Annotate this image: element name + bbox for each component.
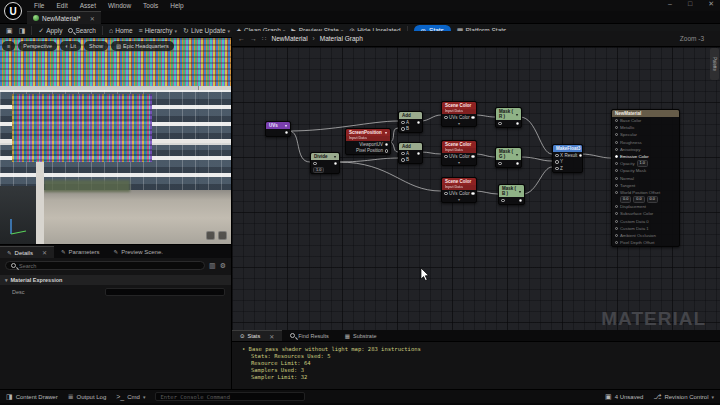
lit-mode-button[interactable]: ◐ Lit <box>60 41 81 51</box>
node-uvs[interactable]: UVs▾ <box>265 121 291 137</box>
pin-value-box[interactable]: 0.0 <box>633 196 644 203</box>
node-scene-color-3[interactable]: Scene ColorInput DataUVsColor▾ <box>441 177 477 203</box>
palette-side-tab[interactable]: Palette <box>710 48 719 80</box>
tab-stats[interactable]: ⊙ Stats ✕ <box>232 330 282 341</box>
node-pin[interactable] <box>615 148 618 151</box>
back-arrow-icon[interactable]: ← <box>238 35 245 42</box>
result-pin-opacity-mask[interactable]: Opacity Mask <box>612 167 679 174</box>
tab-parameters[interactable]: ✎ Parameters <box>54 246 107 258</box>
menu-item-asset[interactable]: Asset <box>74 0 102 11</box>
preview-viewport[interactable]: ≡ Perspective ◐ Lit Show ▨ Epic Headquar… <box>0 38 232 244</box>
content-drawer-button[interactable]: ◨ Content Drawer <box>6 393 58 401</box>
node-pin[interactable] <box>444 116 448 120</box>
node-pin[interactable] <box>615 227 618 230</box>
result-pin-roughness[interactable]: Roughness <box>612 139 679 146</box>
node-pin[interactable] <box>519 199 523 203</box>
node-scene-color-1[interactable]: Scene ColorInput DataUVsColor▾ <box>441 101 477 127</box>
breadcrumb-section[interactable]: Material Graph <box>320 35 363 42</box>
unsaved-button[interactable]: ▣ 4 Unsaved <box>605 393 643 401</box>
result-pin-base-color[interactable]: Base Color <box>612 117 679 124</box>
node-add-1[interactable]: AddAB <box>398 111 423 133</box>
node-pin[interactable] <box>615 162 618 165</box>
node-pin[interactable] <box>417 152 421 156</box>
gear-icon[interactable]: ⚙ <box>220 262 226 270</box>
show-button[interactable]: Show <box>84 41 108 51</box>
node-pin[interactable] <box>444 192 448 196</box>
perspective-button[interactable]: Perspective <box>18 41 57 51</box>
tab-substrate[interactable]: ▦ Substrate <box>337 330 385 341</box>
node-pin[interactable] <box>615 205 618 208</box>
result-pin-tangent[interactable]: Tangent <box>612 182 679 189</box>
result-pin-ambient-occlusion[interactable]: Ambient Occlusion <box>612 232 679 239</box>
console-command-input[interactable]: Enter Console Command <box>155 392 305 401</box>
result-pin-anisotropy[interactable]: Anisotropy <box>612 146 679 153</box>
window-maximize-button[interactable]: □ <box>688 0 692 8</box>
node-pin[interactable] <box>615 133 618 136</box>
node-divide[interactable]: Divide▾1.0 <box>310 152 340 174</box>
window-minimize-button[interactable]: – <box>668 0 672 8</box>
node-pin[interactable] <box>555 167 559 171</box>
breadcrumb-asset[interactable]: NewMaterial <box>271 35 307 42</box>
node-pin[interactable] <box>615 155 618 158</box>
node-pin[interactable] <box>285 131 289 135</box>
node-pin[interactable] <box>471 192 475 196</box>
apply-button[interactable]: ✓ Apply <box>38 27 62 35</box>
node-pin[interactable] <box>615 220 618 223</box>
node-pin[interactable] <box>498 162 502 166</box>
menu-item-help[interactable]: Help <box>164 0 189 11</box>
browse-icon[interactable]: ◨ <box>19 27 26 35</box>
pin-value-box[interactable]: 0.0 <box>620 196 631 203</box>
tab-find-results[interactable]: Find Results <box>282 330 337 341</box>
node-pin[interactable] <box>615 184 618 187</box>
live-update-button[interactable]: ↻ Live Update ▾ <box>183 27 230 35</box>
result-pin-specular[interactable]: Specular <box>612 131 679 138</box>
hierarchy-button[interactable]: ≡ Hierarchy ▾ <box>139 27 177 34</box>
unreal-engine-logo[interactable]: U <box>4 2 22 20</box>
save-icon[interactable]: ▣ <box>6 27 13 35</box>
pin-value-box[interactable]: 1.0 <box>637 160 648 167</box>
pin-value-box[interactable]: 0.0 <box>647 196 658 203</box>
node-pin[interactable] <box>615 126 618 129</box>
result-pin-custom-data-1[interactable]: Custom Data 1 <box>612 225 679 232</box>
node-pin[interactable] <box>615 177 618 180</box>
node-pin[interactable] <box>555 160 559 164</box>
node-pin[interactable] <box>401 158 405 162</box>
result-pin-subsurface-color[interactable]: Subsurface Color <box>612 210 679 217</box>
result-pin-world-position-offset[interactable]: World Position Offset <box>612 189 679 196</box>
node-pin[interactable] <box>516 162 520 166</box>
revision-control-button[interactable]: ⎇ Revision Control ▾ <box>653 393 714 401</box>
node-pin[interactable] <box>579 154 583 158</box>
category-material-expression[interactable]: ▾ Material Expression <box>0 275 231 285</box>
node-pin[interactable] <box>615 141 618 144</box>
menu-item-window[interactable]: Window <box>102 0 137 11</box>
filter-icon[interactable]: ▥ <box>209 262 216 270</box>
node-pin[interactable] <box>498 122 502 126</box>
viewport-menu-button[interactable]: ≡ <box>2 41 15 51</box>
node-pin[interactable] <box>471 116 475 120</box>
node-pin[interactable] <box>385 143 389 147</box>
output-log-button[interactable]: ≣ Output Log <box>68 393 107 401</box>
result-pin-displacement[interactable]: Displacement <box>612 203 679 210</box>
node-pin[interactable] <box>417 121 421 125</box>
tab-close-icon[interactable]: ✕ <box>269 333 274 340</box>
node-pin[interactable] <box>401 152 405 156</box>
home-button[interactable]: ⌂ Home <box>109 27 133 34</box>
result-pin-pixel-depth-offset[interactable]: Pixel Depth Offset <box>612 239 679 246</box>
node-mask-g[interactable]: Mask ( G )▾ <box>495 147 522 168</box>
node-pin[interactable] <box>615 234 618 237</box>
node-pin[interactable] <box>401 127 405 131</box>
node-add-2[interactable]: AddAB <box>398 142 423 164</box>
window-close-button[interactable]: ✕ <box>708 0 714 8</box>
result-pin-metallic[interactable]: Metallic <box>612 124 679 131</box>
result-pin-custom-data-0[interactable]: Custom Data 0 <box>612 217 679 224</box>
result-pin-opacity[interactable]: Opacity1.0 <box>612 160 679 167</box>
result-pin-normal[interactable]: Normal <box>612 175 679 182</box>
node-scene-color-2[interactable]: Scene ColorInput DataUVsColor▾ <box>441 140 477 166</box>
tab-close-icon[interactable]: ✕ <box>90 15 95 22</box>
node-pin[interactable] <box>501 199 505 203</box>
menu-item-tools[interactable]: Tools <box>137 0 164 11</box>
tab-details[interactable]: ✎ Details ✕ <box>0 246 54 258</box>
node-makefloat3[interactable]: MakeFloat3XResultYZ <box>552 144 583 173</box>
node-pin[interactable] <box>615 212 618 215</box>
asset-tab[interactable]: NewMaterial* ✕ <box>27 11 101 24</box>
